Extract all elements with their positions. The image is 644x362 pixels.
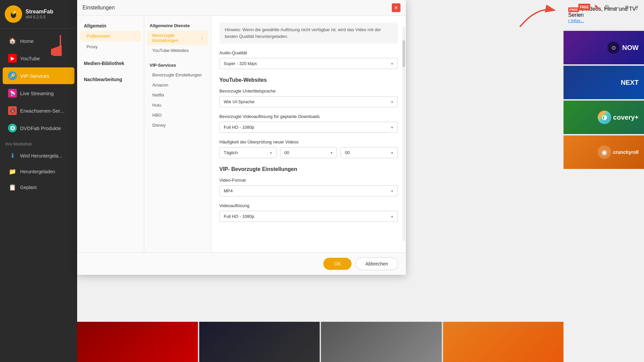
video-resolution2-select-wrapper: Full HD - 1080p HD - 720p	[219, 211, 398, 222]
dialog-close-button[interactable]: ✕	[392, 3, 400, 12]
close-btn[interactable]: ✕	[633, 3, 641, 11]
middle-item-disney[interactable]: Disney	[147, 120, 208, 130]
downloaded-label: Heruntergeladen	[20, 169, 55, 174]
downloading-label: Wird Heruntergela...	[20, 153, 62, 159]
banner-next[interactable]: NEXT	[564, 66, 644, 99]
promo-link[interactable]: r Infos...	[568, 18, 639, 23]
middle-item-hulu[interactable]: Hulu	[147, 100, 208, 110]
sidebar-item-live-streaming[interactable]: 📡 Live Streaming	[3, 85, 74, 102]
sidebar-item-downloading[interactable]: ⬇ Wird Heruntergela...	[3, 148, 74, 164]
video-format-select[interactable]: MP4 MKV TS	[219, 185, 398, 196]
folder-icon: 📁	[8, 167, 17, 176]
audio-quality-select[interactable]: Super - 320 kbps High - 256 kbps Medium …	[219, 58, 398, 69]
frequency-minute-select[interactable]: 00 15 30 45	[340, 147, 398, 158]
library-section-label: Ihre Mediathek	[0, 137, 77, 148]
dialog-body: Allgemein Präferenzen Proxy Medien-Bibli…	[77, 16, 406, 252]
frequency-row: Täglich Stündlich Wöchentlich 00 01 06 1…	[219, 147, 398, 158]
sidebar-navigation: 🏠 Home ▶ YouTube 🔑 VIP-Services 📡 Live S…	[0, 28, 77, 362]
video-format-group: Video-Format MP4 MKV TS	[219, 178, 398, 196]
sidebar-item-vip-services[interactable]: 🔑 VIP-Services	[3, 67, 74, 84]
middle-section-allgemeine: Allgemeine Dienste Bevorzugte Einstellun…	[144, 21, 211, 55]
sidebar-item-adult[interactable]: 🔞 Erwachsenen-Ser...	[3, 102, 74, 119]
frequency-hour-select[interactable]: 00 01 06 12	[280, 147, 337, 158]
disney-label: Disney	[152, 123, 166, 128]
settings-section-allgemein: Allgemein Präferenzen Proxy	[77, 21, 144, 52]
banner-now[interactable]: ⊙ NOW	[564, 31, 644, 64]
vip-services-title: VIP-Services	[144, 61, 211, 70]
video-format-select-wrapper: MP4 MKV TS	[219, 185, 398, 196]
check-frequency-group: Häufigkeit der Überprüfung neuer Videos …	[219, 139, 398, 158]
bookmark-btn[interactable]: 🔖	[593, 3, 600, 11]
sidebar-item-youtube[interactable]: ▶ YouTube	[3, 50, 74, 67]
chevron-right-icon: ›	[202, 36, 203, 41]
nachbearbeitung-title: Nachbearbeitung	[77, 75, 144, 84]
audio-quality-select-wrapper: Super - 320 kbps High - 256 kbps Medium …	[219, 58, 398, 69]
middle-item-vip-bevorzugte[interactable]: Bevorzugte Einstellungen	[147, 70, 208, 80]
middle-item-bevorzugte[interactable]: Bevorzugte Einstellungen ›	[147, 31, 208, 45]
banner-crunchyroll-text: crunchyroll	[613, 149, 639, 155]
minimize-btn[interactable]: —	[613, 3, 621, 11]
middle-item-amazon[interactable]: Amazon	[147, 80, 208, 90]
app-name: StreamFab	[25, 9, 53, 15]
video-resolution2-group: Videoauflösung Full HD - 1080p HD - 720p	[219, 203, 398, 222]
sidebar-item-scheduled[interactable]: 📋 Geplant	[3, 180, 74, 195]
live-streaming-icon: 📡	[8, 89, 17, 98]
banner-now-text: NOW	[622, 44, 639, 52]
allgemein-title: Allgemein	[77, 21, 144, 31]
settings-middle-nav: Allgemeine Dienste Bevorzugte Einstellun…	[144, 16, 211, 252]
adult-icon: 🔞	[8, 106, 17, 115]
bottom-preview-bar	[77, 322, 564, 362]
menu-btn[interactable]: ☰	[603, 3, 610, 11]
thumb-2	[199, 322, 320, 362]
nav-proxy[interactable]: Proxy	[80, 42, 141, 52]
app-title-area: StreamFab x64 6.2.0.5	[25, 9, 53, 19]
nav-praferenzen[interactable]: Präferenzen	[80, 31, 141, 41]
sidebar-item-adult-label: Erwachsenen-Ser...	[20, 108, 64, 114]
sidebar-item-home[interactable]: 🏠 Home	[3, 33, 74, 49]
app-logo-icon	[5, 5, 22, 23]
dialog-footer: OK Abbrechen	[77, 252, 406, 275]
vip-bevorzugte-label: Bevorzugte Einstellungen	[152, 72, 202, 77]
cancel-button[interactable]: Abbrechen	[356, 257, 398, 270]
restore-btn[interactable]: ⧉	[623, 3, 631, 11]
banner-next-text: NEXT	[621, 79, 639, 86]
banner-crunchyroll[interactable]: ◉ crunchyroll	[564, 135, 644, 169]
vip-icon: 🔑	[8, 71, 17, 80]
vip-heading: VIP- Bevorzugte Einstellungen	[219, 165, 398, 172]
video-resolution-scheduled-select[interactable]: Full HD - 1080p HD - 720p 4K - 2160p	[219, 122, 398, 133]
thumb-3	[321, 322, 442, 362]
video-resolution-scheduled-label: Bevorzugte Videoauflösung für geplante D…	[219, 114, 398, 119]
sidebar-item-downloaded[interactable]: 📁 Heruntergeladen	[3, 164, 74, 179]
video-resolution-scheduled-select-wrapper: Full HD - 1080p HD - 720p 4K - 2160p	[219, 122, 398, 133]
subtitle-language-label: Bevorzugte Untertitelsprache	[219, 88, 398, 94]
dvdfab-icon: 💿	[8, 124, 17, 132]
middle-item-youtube-websites[interactable]: YouTube-Websites	[147, 46, 208, 55]
frequency-period-wrapper: Täglich Stündlich Wöchentlich	[219, 147, 277, 158]
ok-button[interactable]: OK	[323, 258, 352, 270]
middle-item-netflix[interactable]: Netflix	[147, 90, 208, 100]
settings-left-nav: Allgemein Präferenzen Proxy Medien-Bibli…	[77, 16, 144, 252]
hint-text: Hinweis: Wenn die gewählte Auflösung nic…	[225, 27, 381, 39]
youtube-websites-label: YouTube-Websites	[152, 48, 189, 53]
scrollbar-thumb[interactable]	[402, 40, 405, 67]
free-badge-btn[interactable]: FREE	[578, 4, 590, 10]
settings-dialog: Einstellungen ✕ Allgemein Präferenzen Pr…	[77, 0, 406, 275]
bevorzugte-label: Bevorzugte Einstellungen	[152, 33, 202, 43]
sidebar-item-dvdfab[interactable]: 💿 DVDFab Produkte	[3, 120, 74, 136]
settings-content-panel: Hinweis: Wenn die gewählte Auflösung nic…	[211, 16, 406, 252]
allgemeine-dienste-title: Allgemeine Dienste	[144, 21, 211, 30]
video-resolution-scheduled-group: Bevorzugte Videoauflösung für geplante D…	[219, 114, 398, 133]
frequency-period-select[interactable]: Täglich Stündlich Wöchentlich	[219, 147, 277, 158]
middle-item-hbo[interactable]: HBO	[147, 110, 208, 120]
settings-section-nachbearbeitung: Nachbearbeitung	[77, 75, 144, 84]
medienbibliothek-title: Medien-Bibliothek	[77, 59, 144, 68]
video-resolution2-select[interactable]: Full HD - 1080p HD - 720p	[219, 211, 398, 222]
now-logo-icon: ⊙	[607, 42, 620, 54]
sidebar-item-home-label: Home	[20, 38, 34, 44]
youtube-websites-heading: YouTube-Websites	[219, 76, 398, 83]
subtitle-language-select[interactable]: Wie UI-Sprache Deutsch Englisch	[219, 96, 398, 107]
svg-point-3	[14, 11, 16, 13]
sidebar-item-youtube-label: YouTube	[20, 56, 40, 61]
scheduled-label: Geplant	[20, 185, 37, 190]
banner-discovery[interactable]: ◑ covery+	[564, 101, 644, 134]
